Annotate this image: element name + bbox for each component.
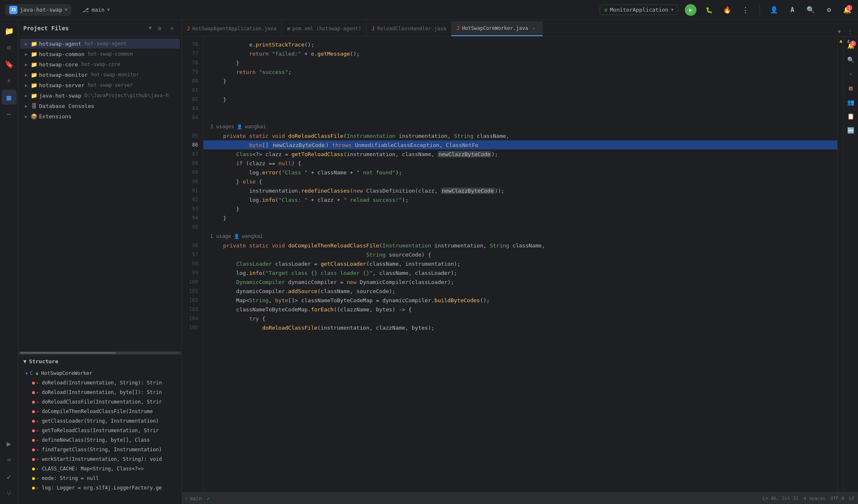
notification-button[interactable]: 🔔 1	[841, 4, 853, 16]
right-icon-plugin5[interactable]: 🔤	[845, 125, 857, 136]
code-line-91: instrumentation.redefineClasses(new Clas…	[203, 186, 837, 195]
code-line-86: byte[] newClazzByteCode) throws Unmodifi…	[203, 140, 837, 149]
left-icon-structure[interactable]: ⚡	[2, 73, 17, 88]
line-79: 79	[182, 67, 203, 76]
branch-selector[interactable]: ⎇ main ▼	[78, 5, 114, 15]
right-icon-notifications[interactable]: 🔔 1	[845, 40, 857, 51]
struct-item-5[interactable]: ● ▸ getToReloadClass(Instrumentation, St…	[19, 426, 181, 435]
struct-item-8[interactable]: ● ▸ workStart(Instrumentation, String): …	[19, 455, 181, 464]
hotswap-button[interactable]: 🔥	[721, 4, 733, 16]
method-icon-r: ●	[32, 437, 35, 443]
struct-item-7[interactable]: ● ▸ findTargetClass(String, Instrumentat…	[19, 445, 181, 454]
run-config[interactable]: ⚙ MonitorApplication ▼	[600, 5, 678, 15]
method-icon-r: ●	[32, 399, 35, 405]
project-chevron: ▼	[65, 7, 68, 12]
right-icon-plugin2[interactable]: m	[845, 82, 857, 94]
line-95: 95	[182, 223, 203, 232]
project-selector[interactable]: JS java-hot-swap ▼	[5, 4, 71, 16]
structure-root[interactable]: ▼ C ● HotSwapCoreWorker	[19, 369, 181, 378]
line-sep[interactable]: LF	[849, 496, 855, 501]
structure-header[interactable]: ▼ Structure	[18, 355, 181, 367]
left-icon-commits[interactable]: ⊙	[2, 40, 17, 55]
settings-button[interactable]: ⚙	[823, 4, 835, 16]
git-status[interactable]: ⑂ main	[185, 496, 202, 502]
right-icon-plugin3[interactable]: 👥	[845, 96, 857, 108]
encoding[interactable]: UTF-8	[831, 496, 844, 501]
right-icon-inspect[interactable]: 🔍	[845, 54, 857, 66]
line-94: 94	[182, 213, 203, 223]
field-icon-g: ▸	[37, 467, 39, 471]
tree-item-hotswap-common[interactable]: ▶ 📁 hotswap-common hot-swap-common	[20, 49, 180, 59]
sidebar-close-icon[interactable]: ×	[167, 24, 177, 33]
method-icon-r: ●	[32, 428, 35, 433]
debug-button[interactable]: 🐛	[703, 4, 715, 16]
right-icon-plugin4[interactable]: 📋	[845, 110, 857, 122]
method-icon-r: ●	[32, 389, 35, 395]
tree-item-hotswap-agent[interactable]: ▶ 📁 hotswap-agent hot-swap-agent	[20, 39, 180, 49]
tree-item-hotswap-core[interactable]: ▶ 📁 hotswap-core hot-swap-core	[20, 59, 180, 69]
tree-label-muted: D:\JavaProject\github\java-h	[85, 93, 169, 98]
line-col[interactable]: Ln 86, Col 31	[763, 496, 799, 501]
tab-pom-xml[interactable]: m pom.xml (hotswap-agent)	[282, 21, 367, 36]
struct-item-9[interactable]: ● ▸ CLASS_CACHE: Map<String, Class<?>>	[19, 464, 181, 473]
tab-hotswap-agent-app[interactable]: J HotSwapAgentApplication.java	[182, 21, 282, 36]
left-icon-more[interactable]: ⋯	[2, 106, 17, 121]
tree-item-extensions[interactable]: ▶ 📦 Extensions	[20, 111, 180, 121]
search-icon: 🔍	[807, 6, 815, 14]
tab-more-button[interactable]: ⋮	[846, 27, 855, 36]
struct-item-6[interactable]: ● ▸ defineNewClass(String, byte[], Class	[19, 435, 181, 445]
struct-item-10[interactable]: ● ▸ mode: String = null	[19, 474, 181, 483]
line-100: 100	[182, 277, 203, 286]
method-icon-g: ▸	[37, 419, 39, 423]
tree-item-hotswap-monitor[interactable]: ▶ 📁 hotswap-monitor hot-swap-monitor	[20, 70, 180, 80]
indent-setting[interactable]: 4 spaces	[804, 496, 826, 501]
right-scrollbar[interactable]: ▲ 4	[837, 37, 843, 492]
left-icon-check[interactable]: ✓	[2, 469, 17, 484]
tree-arrow: ▶	[23, 103, 29, 109]
code-line-87: Class<?> clazz = getToReloadClass(instru…	[203, 149, 837, 159]
field-icon-g: ▸	[37, 486, 39, 490]
search-button[interactable]: 🔍	[805, 4, 816, 16]
code-editor[interactable]: e.printStackTrace(); return "failed:" + …	[203, 37, 837, 492]
struct-label: log: Logger = org.slf4j.LoggerFactory.ge	[42, 485, 162, 491]
structure-title: Structure	[29, 358, 58, 365]
notification-badge: 1	[846, 5, 852, 11]
scrollbar-thumb	[20, 352, 116, 354]
line-76: 76	[182, 40, 203, 49]
run-button[interactable]: ▶	[685, 4, 696, 16]
tab-close-button[interactable]: ×	[531, 25, 537, 32]
left-icon-active[interactable]: ▦	[2, 90, 17, 105]
struct-item-2[interactable]: ● ▸ doReloadClassFile(Instrumentation, S…	[19, 397, 181, 406]
line-82: 82	[182, 95, 203, 104]
left-icon-terminal[interactable]: ⌨	[2, 453, 17, 467]
struct-item-3[interactable]: ● ▸ doCompileThenReloadClassFile(Instrum…	[19, 407, 181, 416]
build-status[interactable]: ✓	[207, 496, 210, 502]
code-line-81	[203, 86, 837, 95]
translate-button[interactable]: A	[787, 4, 798, 16]
more-button[interactable]: ⋮	[740, 4, 751, 16]
encoding-label: UTF-8	[831, 496, 844, 501]
struct-item-0[interactable]: ● ▸ doReload(Instrumentation, String): S…	[19, 378, 181, 387]
struct-item-4[interactable]: ● ▸ getClassLoader(String, Instrumentati…	[19, 416, 181, 426]
structure-panel: ▼ Structure ▼ C ● HotSwapCoreWorker ● ▸	[18, 355, 181, 504]
left-icon-project[interactable]: 📁	[2, 23, 17, 38]
left-icon-bookmarks[interactable]: 🔖	[2, 56, 17, 71]
right-icon-plugin1[interactable]: ⚡	[845, 68, 857, 80]
line-97: 97	[182, 250, 203, 259]
tab-hotswap-core-worker[interactable]: J HotSwapCoreWorker.java ×	[451, 21, 542, 36]
struct-label: findTargetClass(String, Instrumentation)	[42, 447, 162, 453]
left-icon-run[interactable]: ▶	[2, 436, 17, 451]
tab-reload-class-handler[interactable]: J ReloadClassHandler.java	[367, 21, 451, 36]
user-button[interactable]: 👤	[768, 4, 780, 16]
recent-files-button[interactable]: ▼	[835, 27, 844, 36]
line-96-hint	[182, 232, 203, 241]
tree-item-hotswap-server[interactable]: ▶ 📁 hotswap-server hot-swap-server	[20, 80, 180, 90]
tree-item-java-hot-swap[interactable]: ▶ 📁 java-hot-swap D:\JavaProject\github\…	[20, 91, 180, 100]
struct-item-1[interactable]: ● ▸ doReload(Instrumentation, byte[]): S…	[19, 388, 181, 397]
left-icon-git[interactable]: ⑂	[2, 486, 17, 501]
code-line-100: DynamicCompiler dynamicCompiler = new Dy…	[203, 277, 837, 286]
sidebar-settings-icon[interactable]: ⚙	[155, 24, 164, 33]
struct-item-11[interactable]: ● ▸ log: Logger = org.slf4j.LoggerFactor…	[19, 483, 181, 492]
tree-item-db-consoles[interactable]: ▶ 🗄 Database Consoles	[20, 101, 180, 111]
code-line-105: doReloadClassFile(instrumentation, clazz…	[203, 323, 837, 332]
